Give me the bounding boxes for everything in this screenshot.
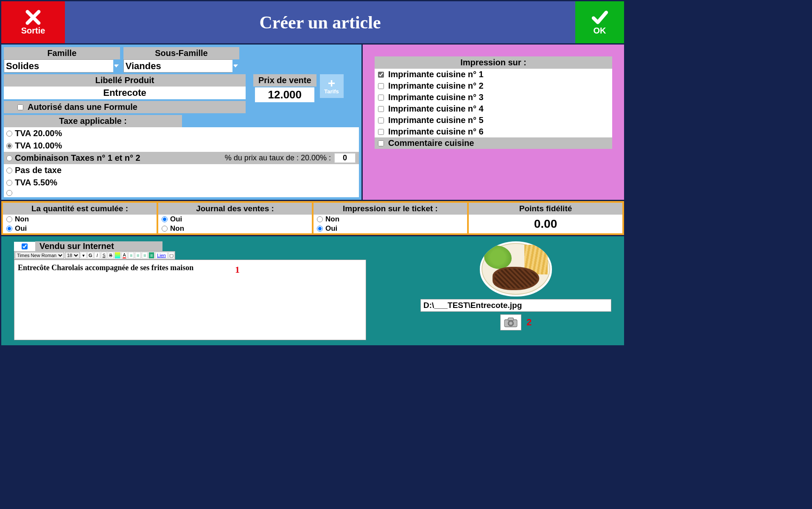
printer-option[interactable]: Imprimante cuisine n° 3 [375,92,612,103]
ticket-yes-option[interactable]: Oui [314,224,467,233]
exit-label: Sortie [21,26,45,36]
printer-option[interactable]: Imprimante cuisine n° 6 [375,126,612,137]
ok-label: OK [594,26,606,36]
bold-button[interactable]: G [87,252,93,259]
plus-icon: + [328,78,336,88]
libelle-label: Libellé Produit [4,74,246,87]
page-title: Créer un article [65,1,575,43]
prix-value[interactable]: 12.000 [255,87,314,102]
highlight-button[interactable] [115,252,120,259]
size-select[interactable]: 18 [65,252,80,259]
journal-yes-option[interactable]: Oui [158,215,312,224]
italic-button[interactable]: I [94,252,100,259]
exit-button[interactable]: Sortie [1,1,65,43]
formule-checkbox[interactable] [17,104,23,110]
famille-label: Famille [4,47,120,59]
taxe-label: Taxe applicable : [4,115,182,127]
font-select[interactable]: Times New Roman [15,252,64,259]
sous-famille-select[interactable]: Viandes [123,59,240,73]
align-left-button[interactable]: ≡ [128,252,134,259]
printer-option[interactable]: Imprimante cuisine n° 1 [375,69,612,80]
tarifs-button[interactable]: + Tarifs [320,74,344,98]
tax-option[interactable]: TVA 10.00% [4,140,359,152]
ok-button[interactable]: OK [575,1,624,43]
justify-button[interactable]: ≡ [148,252,154,259]
qty-yes-option[interactable]: Oui [3,224,157,233]
image-button[interactable]: ▢ [168,252,174,259]
ticket-label: Impression sur le ticket : [314,203,467,215]
align-center-button[interactable]: ≡ [135,252,141,259]
svg-rect-1 [508,318,514,320]
svg-point-3 [510,322,512,324]
qty-no-option[interactable]: Non [3,215,157,224]
product-image [480,241,552,296]
dropdown-icon[interactable]: ▾ [81,252,87,259]
qty-label: La quantité est cumulée : [3,203,157,215]
underline-button[interactable]: S [101,252,107,259]
tax-option[interactable]: Pas de taxe [4,164,359,176]
impression-label: Impression sur : [375,56,612,69]
printer-option[interactable]: Imprimante cuisine n° 4 [375,103,612,115]
check-icon [589,9,610,26]
tax-option[interactable]: Combinaison Taxes n° 1 et n° 2 [4,152,182,164]
libelle-value[interactable]: Entrecote [4,87,246,99]
printer-option[interactable]: Imprimante cuisine n° 2 [375,80,612,92]
points-value[interactable]: 0.00 [469,215,622,233]
points-label: Points fidélité [469,203,622,215]
editor-toolbar: Times New Roman 18 ▾ G I S B A ≡ ≡ ≡ ≡ L… [14,251,175,260]
internet-checkbox[interactable] [22,243,28,249]
marker-2: 2 [526,317,532,328]
marker-1: 1 [235,264,240,275]
printer-option[interactable]: Imprimante cuisine n° 5 [375,115,612,126]
tax-combo-extra: % du prix au taux de : 20.00% : [182,152,359,164]
align-right-button[interactable]: ≡ [142,252,148,259]
tax-option[interactable]: TVA 20.00% [4,127,359,140]
camera-icon [504,317,518,328]
link-button[interactable]: Lien [155,252,168,259]
sous-famille-label: Sous-Famille [123,47,240,59]
right-panel: Impression sur : Imprimante cuisine n° 1… [363,45,625,201]
formule-label: Autorisé dans une Formule [28,102,243,112]
tax-option[interactable]: TVA 5.50% [4,176,359,189]
left-panel: Famille Solides Sous-Famille Viandes Lib… [0,45,363,201]
journal-no-option[interactable]: Non [158,224,312,233]
tax-combo-input[interactable] [334,153,356,163]
description-editor[interactable]: Entrecôte Charolais accompagnée de ses f… [14,260,366,340]
strike-button[interactable]: B [108,252,114,259]
options-bar: La quantité est cumulée : Non Oui Journa… [0,201,625,236]
prix-label: Prix de vente [253,74,316,87]
internet-panel: Vendu sur Internet Times New Roman 18 ▾ … [0,236,625,347]
famille-select[interactable]: Solides [4,59,120,73]
tarifs-label: Tarifs [324,88,339,95]
journal-label: Journal des ventes : [158,203,312,215]
tax-option[interactable] [4,189,359,197]
internet-label: Vendu sur Internet [35,241,162,251]
font-color-button[interactable]: A [121,252,127,259]
browse-image-button[interactable] [500,314,521,330]
comment-cuisine-option[interactable]: Commentaire cuisine [375,137,612,149]
image-path-field[interactable]: D:\___TEST\Entrecote.jpg [420,299,611,312]
close-icon [22,9,44,26]
ticket-no-option[interactable]: Non [314,215,467,224]
